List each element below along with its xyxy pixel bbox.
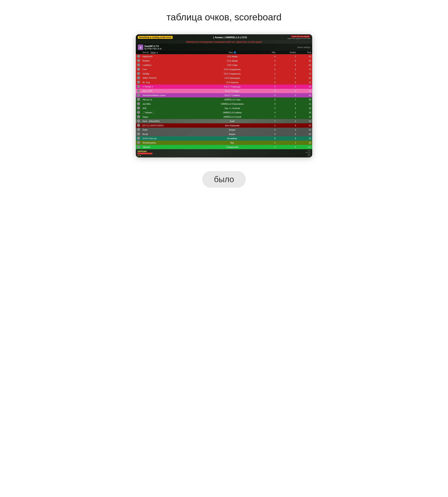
plugin-title: DarkRP 2.7.0	[144, 45, 162, 48]
table-row: Happy UMBRELLA Ученый 7 6 14	[136, 115, 312, 119]
table-row: LordArbuz CCG Глава 0 6 80	[136, 63, 312, 67]
player-deaths: 0	[277, 106, 297, 110]
player-name: VaSaBу	[141, 72, 202, 76]
player-kills: 2	[262, 72, 277, 76]
player-avatar	[136, 136, 141, 141]
scoreboard-header: Sort by: Name ▲ Team 🔵 Kills Deaths Ping	[136, 51, 312, 54]
table-row: †Дехим† Гражданский 0 0 112	[136, 145, 312, 149]
player-ping: 62	[297, 54, 312, 59]
player-deaths: 2	[277, 110, 297, 115]
player-avatar	[136, 145, 141, 149]
player-avatar	[136, 72, 141, 76]
player-name: Стич	[141, 67, 202, 72]
player-ping: 41	[297, 102, 312, 106]
player-kills: 7	[262, 119, 277, 123]
player-deaths: 6	[277, 59, 297, 63]
server-settings-button[interactable]: Server settings	[297, 46, 310, 49]
player-name: KattySnezh	[141, 54, 202, 59]
player-ping: 112	[297, 145, 312, 149]
player-deaths: 6	[277, 63, 297, 67]
hud-right: 30/5 20.11/5 7.8/5 30/5	[305, 150, 311, 157]
player-avatar	[136, 106, 141, 110]
player-ping: 66	[297, 76, 312, 80]
plugin-header: g DarkRP 2.7.0 By FPtje Falco et al. Ser…	[136, 44, 312, 51]
player-team: CCG Капитан	[202, 80, 262, 84]
player-name: Bendy	[141, 132, 202, 136]
player-deaths: 1	[277, 141, 297, 145]
player-avatar	[136, 102, 141, 106]
player-deaths: 1	[277, 119, 297, 123]
table-row: 全能の Overlord CCG Прапорщик 2 6 66	[136, 76, 312, 80]
player-kills: 2	[262, 123, 277, 128]
player-ping: 38	[297, 110, 312, 115]
player-team: UMBRELLA Ученый	[202, 115, 262, 119]
player-deaths: 0	[277, 145, 297, 149]
health-bar	[137, 153, 153, 154]
player-team: Екай	[202, 119, 262, 123]
player-kills: 0	[262, 93, 277, 98]
player-kills: 0	[262, 84, 277, 89]
player-deaths: 3	[277, 93, 297, 98]
player-deaths: 8	[277, 136, 297, 141]
player-ping: 62	[297, 128, 312, 132]
player-ping: 80	[297, 63, 312, 67]
player-deaths: 6	[277, 67, 297, 72]
player-team: CCG Следователь	[202, 67, 262, 72]
pos-info: 7.8/5	[305, 153, 311, 155]
announcement-banner: Император инициировал комендантский час,…	[136, 40, 312, 44]
player-name: Mr. Zorg	[141, 80, 202, 84]
plugin-icon: g	[138, 45, 143, 50]
player-avatar	[136, 76, 141, 80]
player-kills: 6	[262, 136, 277, 141]
player-kills: 2	[262, 141, 277, 145]
player-kills: 8	[262, 98, 277, 102]
col-team-header[interactable]: Team 🔵	[202, 51, 262, 54]
player-ping: 63	[297, 119, 312, 123]
player-avatar	[136, 54, 141, 59]
player-kills: 6	[262, 67, 277, 72]
player-team: UMBRELLA Оперативник	[202, 102, 262, 106]
player-ping: 28	[297, 106, 312, 110]
player-team: Битмайнер	[202, 136, 262, 141]
col-ping-header: Ping	[297, 51, 312, 54]
top-right-hud: Герой (Монстр.форм) Герой (Чел.форм) ★ 7…	[288, 35, 310, 39]
player-team: N.E.E.T Снайпер	[202, 93, 262, 98]
player-name: Happy	[141, 115, 202, 119]
player-name: [GC-F] LUSCKY5 [KKK]	[141, 123, 202, 128]
page-title: таблица очков, scoreboard	[166, 12, 281, 23]
player-ping: 39	[297, 84, 312, 89]
player-team: Вор	[202, 141, 262, 145]
col-name-header[interactable]: Sort by: Name ▲	[141, 51, 202, 54]
player-deaths: 6	[277, 115, 297, 119]
player-team: CCG Прапорщик	[202, 76, 262, 80]
game-screenshot: Something is creating script errors | Ан…	[136, 34, 312, 157]
player-ping: 86	[297, 132, 312, 136]
player-kills: 6	[262, 59, 277, 63]
player-ping: 59	[297, 89, 312, 93]
bottom-hud: ЗАРЕЗАН x1 ♥ 30/5 20.11/5 7.8/5 30/5	[136, 149, 312, 157]
player-team: UMBRELLA Снайпер	[202, 110, 262, 115]
player-name: anas_1245	[141, 89, 202, 93]
player-name: Ooof... (Oliver2661)	[141, 119, 202, 123]
table-row: D.N.K.I love you Битмайнер 6 8 52	[136, 136, 312, 141]
player-name: JKM	[141, 106, 202, 110]
player-avatar	[136, 115, 141, 119]
player-ping: 73	[297, 72, 312, 76]
player-name: †Дехим†	[141, 145, 202, 149]
player-ping: 42	[297, 80, 312, 84]
player-ping: 86	[297, 59, 312, 63]
player-avatar	[136, 84, 141, 89]
player-name: LordArbuz	[141, 63, 202, 67]
table-row: VaSaBу CCG Следователь 2 1 73	[136, 72, 312, 76]
player-ping: 79	[297, 67, 312, 72]
table-row: Shmakodyavka Вор 2 1 28	[136, 141, 312, 145]
player-avatar	[136, 80, 141, 84]
player-name: TetrahedronMaster СаниX	[141, 93, 202, 98]
player-name: Just Miku	[141, 102, 202, 106]
player-avatar	[136, 128, 141, 132]
player-ping: 63	[297, 123, 312, 128]
hud-player-label: x1 ♥	[137, 154, 153, 156]
player-kills: 0	[262, 63, 277, 67]
table-row: Ooof... (Oliver2661) Екай 7 1 63	[136, 119, 312, 123]
player-name: Hiki kun co	[141, 98, 202, 102]
